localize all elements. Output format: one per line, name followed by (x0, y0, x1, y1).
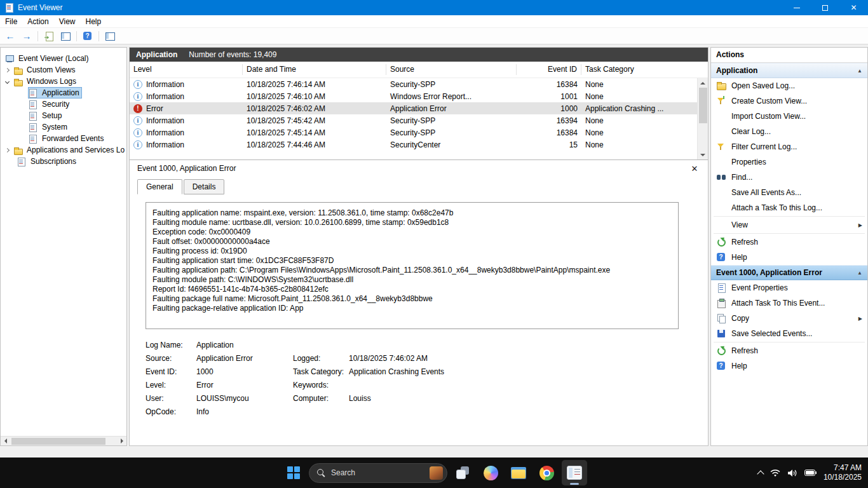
tree-label: Custom Views (25, 65, 77, 75)
tree-label: Security (40, 99, 71, 109)
action-event-properties[interactable]: Event Properties (711, 280, 867, 295)
tree-item-forwarded-events[interactable]: Forwarded Events (1, 133, 126, 144)
back-button[interactable]: ← (3, 29, 18, 43)
log-icon (29, 134, 38, 144)
maximize-button[interactable] (811, 0, 839, 15)
tree-item-applications-and-services[interactable]: Applications and Services Lo (1, 144, 126, 156)
column-header-date-time[interactable]: Date and Time (243, 64, 386, 75)
tree-item-windows-logs[interactable]: Windows Logs (1, 76, 126, 87)
chrome-icon (539, 466, 554, 480)
action-create-custom-view[interactable]: Create Custom View... (711, 93, 867, 109)
menu-action[interactable]: Action (22, 16, 53, 27)
battery-icon[interactable] (804, 470, 817, 476)
task-view-button[interactable] (450, 460, 475, 485)
tree-item-system[interactable]: System (1, 121, 126, 133)
tree-item-event-viewer-local[interactable]: Event Viewer (Local) (1, 53, 126, 64)
forward-button[interactable]: → (19, 29, 34, 43)
scroll-down-arrow[interactable] (698, 150, 708, 159)
section-label: Event 1000, Application Error (716, 268, 822, 277)
scrollbar-thumb[interactable] (699, 88, 707, 123)
action-import-custom-view[interactable]: Import Custom View... (711, 109, 867, 124)
event-datetime: 10/18/2025 7:46:10 AM (243, 92, 386, 101)
action-attach-task-to-event[interactable]: Attach Task To This Event... (711, 295, 867, 311)
wifi-icon[interactable] (770, 469, 780, 477)
collapse-arrow-icon[interactable]: ▲ (857, 270, 862, 276)
collapse-arrow-icon[interactable]: ▲ (857, 68, 862, 74)
menu-file[interactable]: File (0, 16, 22, 27)
action-properties[interactable]: Properties (711, 154, 867, 170)
tree-item-application[interactable]: Application (1, 87, 126, 98)
clock-date: 10/18/2025 (824, 473, 862, 482)
copilot-button[interactable] (478, 460, 503, 485)
file-explorer-button[interactable] (506, 460, 531, 485)
minimize-button[interactable] (782, 0, 811, 15)
hidden-icons-chevron[interactable] (757, 470, 764, 477)
menu-help[interactable]: Help (81, 16, 107, 27)
event-level: Information (146, 80, 184, 89)
start-button[interactable] (281, 460, 306, 485)
tree-label: Applications and Services Lo (25, 145, 126, 155)
close-button[interactable]: ✕ (839, 0, 868, 15)
tree-horizontal-scrollbar[interactable] (1, 436, 126, 445)
event-row[interactable]: Information 10/18/2025 7:45:14 AM Securi… (130, 126, 697, 139)
action-copy-submenu[interactable]: Copy ▶ (711, 311, 867, 326)
column-header-task-category[interactable]: Task Category (581, 64, 708, 75)
taskbar-search[interactable]: Search (309, 463, 447, 483)
tree-item-subscriptions[interactable]: Subscriptions (1, 156, 126, 167)
action-label: Import Custom View... (731, 112, 806, 121)
event-datetime: 10/18/2025 7:46:14 AM (243, 80, 386, 89)
event-viewer-taskbar-button[interactable] (562, 460, 587, 485)
action-filter-current-log[interactable]: Filter Current Log... (711, 139, 867, 154)
field-value: Info (196, 407, 293, 416)
scroll-left-arrow[interactable] (1, 437, 10, 446)
tab-details[interactable]: Details (184, 179, 225, 194)
action-clear-log[interactable]: Clear Log... (711, 124, 867, 139)
description-line: Faulting process id: 0x19D0 (153, 247, 672, 256)
task-icon (716, 298, 727, 308)
tree-item-custom-views[interactable]: Custom Views (1, 64, 126, 76)
action-refresh-log[interactable]: Refresh (711, 234, 867, 250)
event-row-selected[interactable]: Error 10/18/2025 7:46:02 AM Application … (130, 102, 697, 114)
actions-section-event[interactable]: Event 1000, Application Error ▲ (711, 265, 867, 280)
show-console-tree-button[interactable] (58, 29, 73, 43)
chrome-button[interactable] (534, 460, 559, 485)
console-tree-icon (60, 31, 71, 41)
taskbar-clock[interactable]: 7:47 AM 10/18/2025 (824, 463, 862, 482)
event-id: 16394 (517, 116, 581, 125)
column-header-level[interactable]: Level (130, 64, 243, 75)
volume-icon[interactable] (787, 469, 797, 477)
show-action-pane-button[interactable] (102, 29, 118, 43)
column-header-source[interactable]: Source (386, 64, 517, 75)
event-row[interactable]: Information 10/18/2025 7:46:14 AM Securi… (130, 78, 697, 90)
action-save-selected-events[interactable]: Save Selected Events... (711, 326, 867, 341)
event-row[interactable]: Information 10/18/2025 7:46:10 AM Window… (130, 90, 697, 102)
action-refresh-event[interactable]: Refresh (711, 343, 867, 358)
information-icon (133, 140, 142, 149)
action-save-all-events-as[interactable]: Save All Events As... (711, 185, 867, 200)
tree-item-setup[interactable]: Setup (1, 110, 126, 121)
help-button[interactable] (80, 29, 95, 43)
actions-separator (714, 216, 865, 217)
export-list-button[interactable] (41, 29, 57, 43)
scroll-up-arrow[interactable] (698, 78, 708, 88)
chevron-down-icon[interactable] (5, 79, 10, 83)
event-list-scrollbar[interactable] (697, 78, 708, 159)
action-help-log[interactable]: Help (711, 250, 867, 265)
event-row[interactable]: Information 10/18/2025 7:45:42 AM Securi… (130, 114, 697, 126)
column-header-event-id[interactable]: Event ID (517, 64, 581, 75)
action-help-event[interactable]: Help (711, 358, 867, 374)
scroll-right-arrow[interactable] (117, 437, 126, 446)
actions-section-application[interactable]: Application ▲ (711, 63, 867, 78)
close-detail-icon[interactable]: ✕ (689, 164, 700, 173)
action-attach-task-to-log[interactable]: Attach a Task To this Log... (711, 200, 867, 215)
chevron-right-icon[interactable] (5, 147, 10, 152)
event-row[interactable]: Information 10/18/2025 7:44:46 AM Securi… (130, 139, 697, 151)
tab-general[interactable]: General (137, 179, 182, 194)
action-open-saved-log[interactable]: Open Saved Log... (711, 78, 867, 93)
action-find[interactable]: Find... (711, 170, 867, 185)
chevron-right-icon[interactable] (5, 67, 10, 72)
action-view-submenu[interactable]: View ▶ (711, 217, 867, 233)
tree-item-security[interactable]: Security (1, 98, 126, 110)
scrollbar-thumb[interactable] (11, 438, 105, 445)
menu-view[interactable]: View (54, 16, 81, 27)
